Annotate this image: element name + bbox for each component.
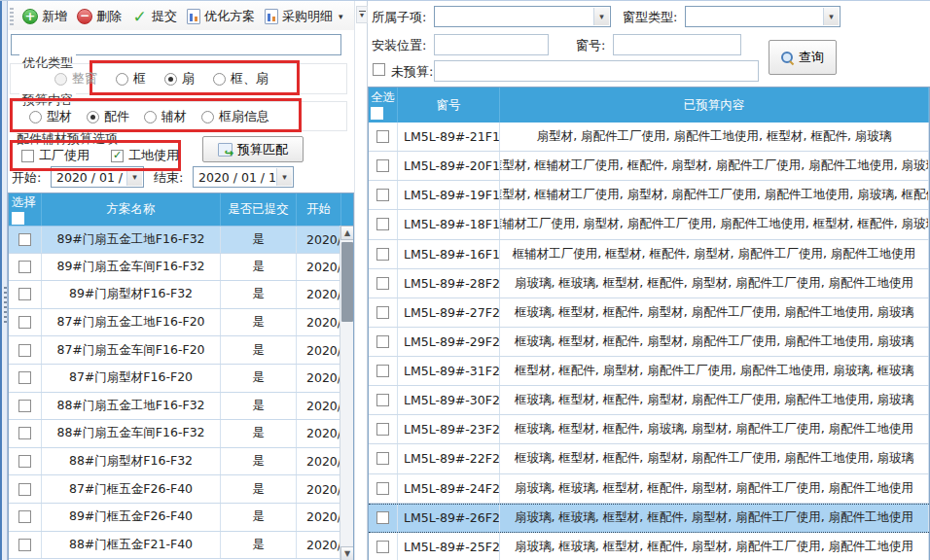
select-all-checkbox[interactable] (371, 107, 383, 120)
row-checkbox[interactable] (376, 423, 389, 436)
table-row[interactable]: LM5L-89#-28F26扇玻璃, 框玻璃, 框型材, 框配件, 扇型材, 扇… (369, 269, 929, 298)
table-row[interactable]: 87#门扇五金车间F16-F20是2020/0 (9, 336, 340, 365)
budgeted-content-header[interactable]: 已预算内容 (500, 88, 929, 122)
row-checkbox[interactable] (18, 510, 31, 523)
row-checkbox[interactable] (18, 455, 31, 468)
radio-checked-icon[interactable] (87, 111, 99, 123)
checkbox-option[interactable]: 工厂使用 (21, 147, 89, 164)
submit-button[interactable]: 提交 (126, 5, 182, 28)
toolbar-grip[interactable] (10, 8, 14, 25)
collapsed-side-strip[interactable] (0, 1, 8, 560)
table-row[interactable]: 87#门扇五金工地F16-F20是2020/0 (9, 309, 340, 337)
table-row[interactable]: 88#门扇型材F16-F32是2020/0 (9, 448, 340, 476)
optimize-plan-button[interactable]: 优化方案 (182, 5, 260, 28)
radio-unchecked-icon[interactable] (201, 111, 214, 123)
row-checkbox[interactable] (18, 483, 31, 496)
radio-option[interactable]: 配件 (87, 108, 129, 125)
row-checkbox[interactable] (18, 371, 31, 384)
table-row[interactable]: 88#门扇五金工地F16-F32是2020/0 (9, 393, 340, 421)
win-no-header[interactable]: 窗号 (398, 88, 500, 122)
table-row[interactable]: LM5L-89#-31F29框型材, 框配件, 扇型材, 扇配件工厂使用, 扇配… (369, 357, 929, 386)
purchase-detail-button[interactable]: 采购明细 (260, 5, 348, 28)
table-row[interactable]: LM5L-89#-29F27框玻璃, 框型材, 框配件, 扇型材, 扇配件工厂使… (369, 328, 929, 357)
row-checkbox[interactable] (18, 539, 31, 551)
row-checkbox[interactable] (376, 452, 389, 465)
table-row[interactable]: LM5L-89#-16F15框辅材工厂使用, 框型材, 框配件, 扇型材, 扇配… (369, 240, 929, 269)
table-row[interactable]: LM5L-89#-20F18框型材, 框辅材工厂使用, 框配件, 扇型材, 扇配… (369, 152, 929, 181)
row-checkbox[interactable] (18, 344, 31, 357)
row-checkbox[interactable] (18, 233, 31, 246)
row-checkbox[interactable] (376, 277, 389, 290)
radio-unchecked-icon[interactable] (213, 73, 226, 86)
win-type-dropdown[interactable] (685, 6, 841, 27)
row-checkbox[interactable] (376, 306, 389, 319)
radio-option[interactable]: 框 (116, 70, 146, 88)
start-header[interactable]: 开始 (297, 193, 341, 226)
unbudgeted-input[interactable] (434, 60, 759, 82)
row-checkbox[interactable] (376, 482, 389, 495)
panel-splitter[interactable]: ▾ (354, 1, 368, 560)
table-row[interactable]: 89#门扇五金车间F16-F32是2020/0 (9, 254, 340, 282)
row-checkbox[interactable] (376, 130, 389, 143)
radio-option[interactable]: 整窗 (54, 70, 97, 88)
checkbox-option[interactable]: 工地使用 (111, 147, 179, 164)
row-checkbox[interactable] (376, 394, 389, 406)
query-button[interactable]: 查询 (769, 40, 837, 75)
row-checkbox[interactable] (18, 288, 31, 300)
scrollbar-thumb[interactable] (341, 242, 353, 322)
row-checkbox[interactable] (18, 261, 31, 273)
sub-item-dropdown[interactable] (434, 6, 611, 27)
row-checkbox[interactable] (376, 511, 389, 524)
unbudgeted-checkbox[interactable] (373, 63, 385, 76)
toolbar-overflow-button[interactable]: ▾ (356, 6, 368, 23)
row-checkbox[interactable] (376, 541, 389, 553)
win-no-input[interactable] (613, 34, 741, 55)
select-all-checkbox[interactable] (12, 212, 24, 225)
checkbox-unchecked-icon[interactable] (21, 150, 34, 162)
row-checkbox[interactable] (376, 365, 389, 377)
table-row[interactable]: 89#门框五金F26-F40是2020/0 (9, 504, 340, 532)
radio-option[interactable]: 型材 (29, 108, 72, 125)
splitter-grip[interactable] (4, 287, 7, 326)
add-button[interactable]: 新增 (18, 5, 72, 28)
plan-name-header[interactable]: 方案名称 (42, 193, 221, 226)
row-checkbox[interactable] (18, 400, 31, 412)
table-row[interactable]: 88#门框五金F21-F40是2020/0 (9, 532, 340, 560)
table-row[interactable]: LM5L-89#-26F24扇玻璃, 框玻璃, 框型材, 框配件, 扇型材, 扇… (369, 504, 929, 533)
budget-match-button[interactable]: 预算匹配 (202, 136, 304, 162)
radio-unchecked-icon[interactable] (54, 73, 67, 86)
radio-option[interactable]: 扇 (164, 70, 195, 88)
end-date-picker[interactable]: 2020 / 01 / 13 (193, 166, 294, 188)
table-row[interactable]: LM5L-89#-24F22扇玻璃, 框玻璃, 框型材, 框配件, 扇型材, 扇… (369, 474, 929, 504)
table-row[interactable]: 88#门扇五金车间F16-F32是2020/0 (9, 420, 340, 448)
row-checkbox[interactable] (376, 248, 389, 261)
table-row[interactable]: LM5L-89#-22F20框玻璃, 框型材, 框配件, 扇型材, 扇配件工厂使… (369, 444, 929, 473)
table-row[interactable]: 89#门扇型材F16-F32是2020/0 (9, 281, 340, 309)
checkbox-checked-icon[interactable] (111, 150, 124, 162)
row-checkbox[interactable] (18, 427, 31, 439)
row-checkbox[interactable] (376, 189, 389, 201)
radio-option[interactable]: 框扇信息 (201, 108, 269, 125)
table-row[interactable]: LM5L-89#-25F23扇玻璃, 框玻璃, 框型材, 框配件, 扇型材, 扇… (369, 533, 929, 560)
row-checkbox[interactable] (376, 159, 389, 172)
submitted-header[interactable]: 是否已提交 (221, 193, 297, 226)
row-checkbox[interactable] (376, 218, 389, 230)
table-row[interactable]: LM5L-89#-21F19扇型材, 扇配件工厂使用, 扇配件工地使用, 框型材… (369, 122, 929, 152)
plan-filter-input[interactable] (11, 34, 341, 55)
radio-unchecked-icon[interactable] (116, 73, 128, 86)
table-row[interactable]: 87#门扇型材F16-F20是2020/0 (9, 365, 340, 393)
table-row[interactable]: LM5L-89#-30F28框玻璃, 框型材, 框配件, 扇型材, 扇配件工厂使… (369, 386, 929, 415)
radio-option[interactable]: 框、扇 (213, 70, 268, 88)
install-position-input[interactable] (434, 34, 549, 55)
table-row[interactable]: LM5L-89#-27F25框玻璃, 框型材, 框配件, 扇型材, 扇配件工厂使… (369, 298, 929, 328)
plan-table-scrollbar[interactable]: ▲ ▼ (340, 226, 353, 560)
scroll-down-arrow-icon[interactable]: ▼ (340, 546, 354, 560)
scroll-up-arrow-icon[interactable]: ▲ (340, 226, 354, 240)
radio-option[interactable]: 辅材 (144, 108, 187, 125)
row-checkbox[interactable] (18, 316, 31, 329)
table-row[interactable]: LM5L-89#-18F16框辅材工厂使用, 扇型材, 扇配件工厂使用, 扇配件… (369, 210, 929, 239)
table-row[interactable]: LM5L-89#-19F17框型材, 框辅材工厂使用, 扇型材, 扇配件工厂使用… (369, 181, 929, 210)
table-row[interactable]: LM5L-89#-23F21框玻璃, 框型材, 框配件, 扇玻璃, 扇型材, 扇… (369, 415, 929, 444)
radio-unchecked-icon[interactable] (29, 111, 42, 123)
row-checkbox[interactable] (376, 335, 389, 348)
